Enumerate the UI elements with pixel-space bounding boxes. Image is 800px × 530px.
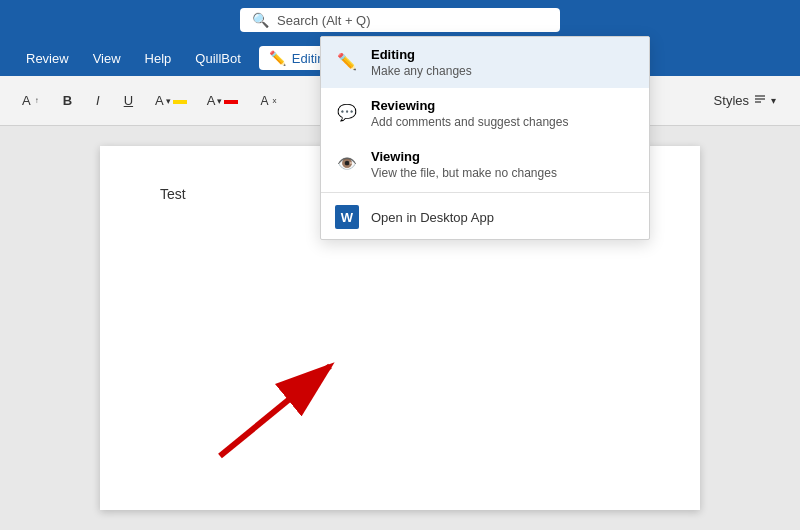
styles-icon [753,92,767,109]
reviewing-text: Reviewing Add comments and suggest chang… [371,98,568,129]
chevron-highlight-icon: ▾ [166,96,171,106]
reviewing-subtitle: Add comments and suggest changes [371,115,568,129]
menu-item-help[interactable]: Help [135,47,182,70]
open-desktop-label: Open in Desktop App [371,210,494,225]
highlight-button[interactable]: A ▾ [151,91,191,110]
editing-title: Editing [371,47,472,62]
menu-item-view[interactable]: View [83,47,131,70]
word-logo-icon: W [335,205,359,229]
viewing-subtitle: View the file, but make no changes [371,166,557,180]
highlight-color-bar [173,100,187,104]
styles-label: Styles [714,93,749,108]
menu-item-quillbot[interactable]: QuillBot [185,47,251,70]
editing-subtitle: Make any changes [371,64,472,78]
viewing-title: Viewing [371,149,557,164]
menu-bar: Review View Help QuillBot ✏️ Editing ▾ ✏… [0,40,800,76]
reviewing-title: Reviewing [371,98,568,113]
highlight-icon: A [155,93,164,108]
viewing-icon: 👁️ [335,151,359,175]
dropdown-divider [321,192,649,193]
chevron-styles-icon: ▾ [771,95,776,106]
pencil-icon: ✏️ [269,50,286,66]
search-box[interactable]: 🔍 Search (Alt + Q) [240,8,560,32]
search-placeholder: Search (Alt + Q) [277,13,371,28]
editing-icon: ✏️ [335,49,359,73]
font-size-small[interactable]: A↑ [16,89,45,112]
underline-button[interactable]: U [118,89,139,112]
dropdown-item-open-desktop[interactable]: W Open in Desktop App [321,195,649,239]
dropdown-item-viewing[interactable]: 👁️ Viewing View the file, but make no ch… [321,139,649,190]
bold-button[interactable]: B [57,89,78,112]
dropdown-item-editing[interactable]: ✏️ Editing Make any changes [321,37,649,88]
font-color-icon: A [207,93,216,108]
font-color-bar [224,100,238,104]
italic-button[interactable]: I [90,89,106,112]
subscript-button[interactable]: Ax [254,90,282,112]
editing-dropdown: ✏️ Editing Make any changes 💬 Reviewing … [320,36,650,240]
title-bar: 🔍 Search (Alt + Q) [0,0,800,40]
viewing-text: Viewing View the file, but make no chang… [371,149,557,180]
reviewing-icon: 💬 [335,100,359,124]
editing-text: Editing Make any changes [371,47,472,78]
search-icon: 🔍 [252,12,269,28]
menu-item-review[interactable]: Review [16,47,79,70]
styles-button[interactable]: Styles ▾ [706,88,784,113]
dropdown-item-reviewing[interactable]: 💬 Reviewing Add comments and suggest cha… [321,88,649,139]
chevron-fontcolor-icon: ▾ [217,96,222,106]
font-color-button[interactable]: A ▾ [203,91,243,110]
document-text: Test [160,186,186,202]
